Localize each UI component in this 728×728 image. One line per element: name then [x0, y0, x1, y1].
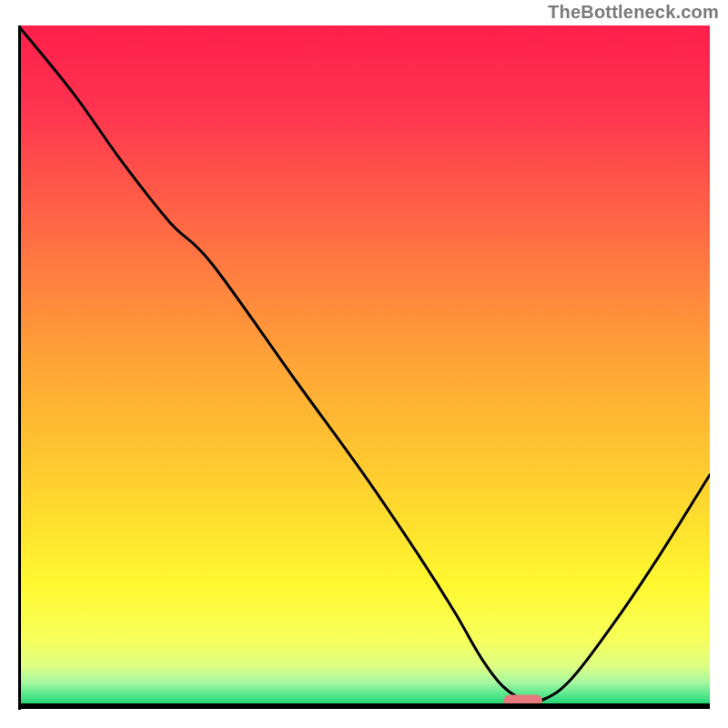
chart-background — [18, 25, 710, 706]
watermark-label: TheBottleneck.com — [548, 2, 719, 23]
chart-plot — [18, 25, 710, 717]
chart-stage: TheBottleneck.com — [0, 0, 728, 728]
chart-svg — [18, 25, 710, 717]
